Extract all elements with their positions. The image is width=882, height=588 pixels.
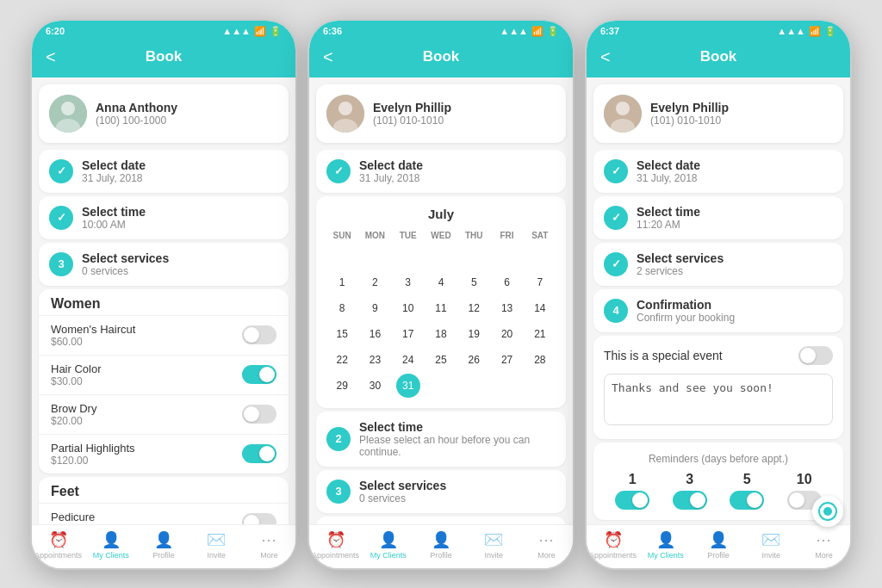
step-item[interactable]: 3 Select services 0 services	[39, 243, 289, 286]
nav-item-profile[interactable]: 👤 Profile	[692, 530, 744, 560]
cal-day[interactable]: 10	[396, 296, 420, 320]
cal-day[interactable]: 12	[462, 296, 486, 320]
step-item[interactable]: 3 Select services 0 services	[316, 470, 566, 513]
screen-content[interactable]: Evelyn Phillip (101) 010-1010 Select dat…	[587, 77, 850, 524]
cal-day[interactable]: 20	[495, 322, 519, 346]
nav-item-appointments[interactable]: ⏰ Appointments	[587, 530, 639, 560]
back-button[interactable]: <	[600, 47, 611, 67]
toggle[interactable]	[615, 491, 649, 510]
provider-info: Anna Anthony (100) 100-1000	[96, 101, 177, 127]
nav-item-my-clients[interactable]: 👤 My Clients	[639, 530, 692, 560]
back-button[interactable]: <	[46, 47, 56, 67]
toggle[interactable]	[242, 444, 276, 463]
cal-day[interactable]: 13	[495, 296, 519, 320]
cal-day[interactable]: 15	[330, 322, 354, 346]
cal-day[interactable]: 7	[528, 270, 552, 294]
cal-day[interactable]: 30	[363, 374, 387, 398]
cal-day[interactable]: 31	[396, 374, 420, 398]
cal-day[interactable]: 16	[363, 322, 387, 346]
step-item-date[interactable]: Select date 31 July, 2018	[316, 150, 566, 193]
cal-day[interactable]: 9	[363, 296, 387, 320]
cal-day[interactable]: 28	[528, 348, 552, 372]
nav-item-invite[interactable]: ✉️ Invite	[745, 530, 798, 560]
nav-item-my-clients[interactable]: 👤 My Clients	[84, 530, 137, 560]
cal-day[interactable]: 23	[363, 348, 387, 372]
step-item[interactable]: 4 Confirmation Confirm your booking	[593, 289, 843, 332]
step-title: Select time	[359, 420, 556, 434]
cal-day[interactable]: 1	[330, 270, 354, 294]
service-price: $30.00	[51, 375, 102, 387]
step-item[interactable]: Select date 31 July, 2018	[593, 150, 843, 193]
cal-header: FRI	[491, 228, 522, 243]
back-button[interactable]: <	[323, 47, 333, 67]
nav-item-appointments[interactable]: ⏰ Appointments	[309, 530, 362, 560]
step-subtitle: 0 services	[359, 492, 556, 504]
nav-item-more[interactable]: ⋯ More	[243, 530, 295, 560]
wifi-icon: 📶	[809, 26, 821, 37]
provider-avatar	[604, 95, 642, 133]
step-circle: 3	[49, 252, 73, 276]
cal-day[interactable]: 21	[528, 322, 552, 346]
cal-day[interactable]: 5	[462, 270, 486, 294]
cal-day[interactable]: 18	[429, 322, 453, 346]
step-circle	[604, 159, 628, 183]
toggle[interactable]	[730, 491, 764, 510]
step-item[interactable]: 4 Confirmation Confirm your booking	[316, 517, 566, 524]
cal-day[interactable]: 8	[330, 296, 354, 320]
nav-label: More	[815, 551, 833, 560]
cal-day[interactable]: 26	[462, 348, 486, 372]
cal-day[interactable]: 25	[429, 348, 453, 372]
cal-day[interactable]: 4	[429, 270, 453, 294]
nav-item-profile[interactable]: 👤 Profile	[414, 530, 467, 560]
screen-content[interactable]: Anna Anthony (100) 100-1000 Select date …	[32, 77, 295, 524]
cal-day[interactable]: 29	[330, 374, 354, 398]
toggle[interactable]	[673, 491, 707, 510]
step-title: Select date	[82, 158, 278, 172]
cal-day[interactable]: 11	[429, 296, 453, 320]
toggle[interactable]	[242, 513, 276, 524]
phone-frame-1: 6:20 ▲▲▲ 📶 🔋 < Book Anna Anthony (100) 1…	[30, 19, 297, 570]
cal-day[interactable]: 24	[396, 348, 420, 372]
nav-icon: 👤	[432, 530, 450, 549]
step-item[interactable]: Select time 11:20 AM	[593, 196, 843, 239]
cal-day-empty	[528, 244, 552, 269]
step-item[interactable]: Select time 10:00 AM	[39, 196, 289, 239]
nav-item-invite[interactable]: ✉️ Invite	[468, 530, 520, 560]
toggle[interactable]	[242, 365, 276, 384]
step-info: Select time Please select an hour before…	[359, 420, 556, 458]
step-item[interactable]: 2 Select time Please select an hour befo…	[316, 412, 566, 467]
notes-textarea[interactable]: Thanks and see you soon!	[604, 374, 833, 425]
screen-content[interactable]: Evelyn Phillip (101) 010-1010 Select dat…	[309, 77, 573, 524]
cal-day[interactable]: 3	[396, 270, 420, 294]
reminders-row: 1 3 5 10	[604, 472, 833, 510]
service-name: Hair Color	[51, 362, 102, 375]
nav-item-more[interactable]: ⋯ More	[798, 530, 850, 560]
toggle[interactable]	[242, 405, 276, 424]
step-info: Select date 31 July, 2018	[359, 158, 556, 184]
toggle[interactable]	[242, 325, 276, 344]
nav-item-profile[interactable]: 👤 Profile	[137, 530, 189, 560]
cal-header: SAT	[525, 228, 556, 243]
toggle[interactable]	[798, 346, 833, 365]
reminder-item: 3	[673, 472, 707, 510]
step-item[interactable]: Select date 31 July, 2018	[39, 150, 289, 193]
step-title: Select services	[82, 251, 278, 265]
calendar-grid: SUNMONTUEWEDTHUFRISAT1234567891011121314…	[326, 228, 556, 398]
status-bar: 6:37 ▲▲▲ 📶 🔋	[587, 21, 850, 40]
service-info: Brow Dry $20.00	[51, 402, 96, 427]
nav-item-more[interactable]: ⋯ More	[520, 530, 573, 560]
cal-day-empty	[528, 374, 552, 398]
provider-name: Evelyn Phillip	[650, 101, 729, 115]
nav-item-my-clients[interactable]: 👤 My Clients	[362, 530, 414, 560]
nav-item-invite[interactable]: ✉️ Invite	[190, 530, 243, 560]
step-item[interactable]: Select services 2 services	[593, 243, 843, 286]
nav-item-appointments[interactable]: ⏰ Appointments	[32, 530, 84, 560]
cal-day[interactable]: 2	[363, 270, 387, 294]
cal-day[interactable]: 17	[396, 322, 420, 346]
cal-day[interactable]: 22	[330, 348, 354, 372]
services-section: Women Women's Haircut $60.00 Hair Color …	[39, 289, 289, 473]
cal-day[interactable]: 6	[495, 270, 519, 294]
cal-day[interactable]: 14	[528, 296, 552, 320]
cal-day[interactable]: 19	[462, 322, 486, 346]
cal-day[interactable]: 27	[495, 348, 519, 372]
